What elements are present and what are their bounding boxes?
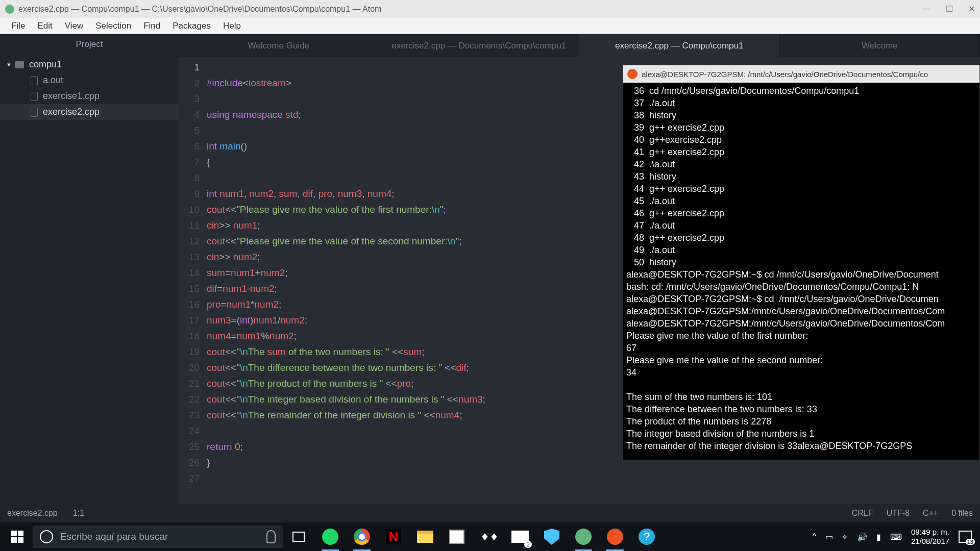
tree-file-exercise1[interactable]: exercise1.cpp [0, 88, 179, 104]
task-view-icon [292, 532, 305, 542]
folder-icon [15, 61, 24, 68]
terminal-title: alexa@DESKTOP-7G2GPSM: /mnt/c/Users/gavi… [642, 70, 928, 79]
store-icon [449, 530, 464, 544]
file-label: exercise2.cpp [43, 107, 100, 117]
taskbar-search[interactable]: Escribe aquí para buscar [33, 525, 283, 548]
taskbar-app-mail[interactable]: 2 [504, 522, 536, 551]
tab-bar: Welcome Guide exercise2.cpp — Documents\… [179, 34, 980, 57]
taskbar-app-store[interactable] [441, 522, 473, 551]
chevron-down-icon: ▾ [7, 61, 11, 68]
status-encoding[interactable]: UTF-8 [887, 509, 910, 518]
menu-bar: File Edit View Selection Find Packages H… [0, 18, 980, 34]
tree-folder-root[interactable]: ▾ compu1 [0, 57, 179, 72]
folder-icon [417, 531, 433, 543]
line-gutter: 1234567891011121314151617181920212223242… [179, 57, 207, 504]
menu-view[interactable]: View [59, 19, 90, 33]
ubuntu-icon [627, 69, 638, 79]
status-filename[interactable]: exercise2.cpp [7, 509, 58, 518]
terminal-titlebar[interactable]: alexa@DESKTOP-7G2GPSM: /mnt/c/Users/gavi… [623, 65, 979, 83]
file-icon [31, 92, 38, 101]
search-placeholder: Escribe aquí para buscar [60, 531, 168, 542]
windows-taskbar: Escribe aquí para buscar N ⬧⬧ 2 ? ^ ▭ ⟡ … [0, 522, 980, 551]
taskbar-app-help[interactable]: ? [631, 522, 663, 551]
tree-file-exercise2[interactable]: exercise2.cpp [0, 104, 179, 120]
tab-exercise2-compu[interactable]: exercise2.cpp — Compu\compu1 [579, 34, 780, 57]
taskbar-app-ubuntu[interactable] [599, 522, 631, 551]
menu-selection[interactable]: Selection [89, 19, 137, 33]
clock-time: 09:49 p. m. [911, 528, 949, 537]
status-files[interactable]: 0 files [951, 509, 973, 518]
tab-exercise2-documents[interactable]: exercise2.cpp — Documents\Compu\compu1 [379, 34, 580, 57]
notifications-badge: 13 [966, 539, 975, 545]
atom-app-icon [575, 529, 592, 545]
maximize-button[interactable]: ☐ [946, 4, 953, 14]
clock-date: 21/08/2017 [911, 537, 949, 546]
tab-welcome-guide[interactable]: Welcome Guide [179, 34, 379, 57]
tree-file-aout[interactable]: a.out [0, 72, 179, 88]
atom-icon [5, 5, 14, 14]
taskbar-app-spotify[interactable] [314, 522, 346, 551]
tray-battery-icon[interactable]: ▮ [876, 532, 881, 542]
help-icon: ? [639, 529, 655, 545]
minimize-button[interactable]: — [922, 4, 930, 14]
file-icon [31, 76, 38, 85]
close-button[interactable]: ✕ [968, 4, 975, 14]
spotify-icon [322, 529, 338, 545]
window-title: exercise2.cpp — Compu\compu1 — C:\Users\… [18, 5, 381, 14]
tray-display-icon[interactable]: ▭ [825, 532, 833, 542]
dropbox-icon: ⬧⬧ [480, 530, 497, 544]
menu-packages[interactable]: Packages [166, 19, 217, 33]
sidebar-title: Project [0, 34, 179, 55]
menu-find[interactable]: Find [137, 19, 166, 33]
cortana-icon [40, 530, 53, 543]
status-eol[interactable]: CRLF [852, 509, 873, 518]
windows-logo-icon [11, 531, 23, 543]
tray-keyboard-icon[interactable]: ⌨ [890, 532, 902, 542]
file-icon [31, 108, 38, 117]
notifications-button[interactable]: 13 [959, 531, 972, 543]
menu-file[interactable]: File [5, 19, 31, 33]
terminal-output: 36 cd /mnt/c/Users/gavio/Documentos/Comp… [623, 83, 979, 454]
taskbar-app-chrome[interactable] [346, 522, 378, 551]
mail-badge: 2 [524, 541, 532, 548]
menu-edit[interactable]: Edit [31, 19, 58, 33]
status-cursor-pos[interactable]: 1:1 [73, 509, 84, 518]
status-bar: exercise2.cpp 1:1 CRLF UTF-8 C++ 0 files [0, 504, 980, 522]
netflix-icon: N [386, 529, 401, 544]
file-label: a.out [43, 75, 63, 86]
terminal-window[interactable]: alexa@DESKTOP-7G2GPSM: /mnt/c/Users/gavi… [623, 65, 980, 460]
tray-chevron-up-icon[interactable]: ^ [812, 532, 816, 541]
system-tray: ^ ▭ ⟡ 🔊 ▮ ⌨ 09:49 p. m. 21/08/2017 13 [812, 528, 978, 546]
taskbar-app-explorer[interactable] [409, 522, 441, 551]
menu-help[interactable]: Help [217, 19, 247, 33]
taskbar-clock[interactable]: 09:49 p. m. 21/08/2017 [911, 528, 949, 546]
task-view-button[interactable] [283, 522, 314, 551]
chrome-icon [354, 529, 370, 545]
taskbar-app-atom[interactable] [568, 522, 599, 551]
window-titlebar: exercise2.cpp — Compu\compu1 — C:\Users\… [0, 0, 980, 18]
tab-welcome[interactable]: Welcome [780, 34, 981, 57]
taskbar-app-defender[interactable] [536, 522, 568, 551]
tray-wifi-icon[interactable]: ⟡ [842, 532, 848, 541]
file-label: exercise1.cpp [43, 91, 100, 102]
folder-label: compu1 [29, 59, 62, 70]
start-button[interactable] [2, 522, 33, 551]
microphone-icon[interactable] [266, 530, 276, 543]
taskbar-app-netflix[interactable]: N [378, 522, 409, 551]
status-language[interactable]: C++ [923, 509, 938, 518]
ubuntu-app-icon [607, 529, 623, 545]
shield-icon [544, 529, 559, 545]
project-sidebar: Project ▾ compu1 a.out exercise1.cpp exe… [0, 34, 179, 504]
tray-volume-icon[interactable]: 🔊 [857, 532, 867, 542]
taskbar-app-dropbox[interactable]: ⬧⬧ [473, 522, 504, 551]
